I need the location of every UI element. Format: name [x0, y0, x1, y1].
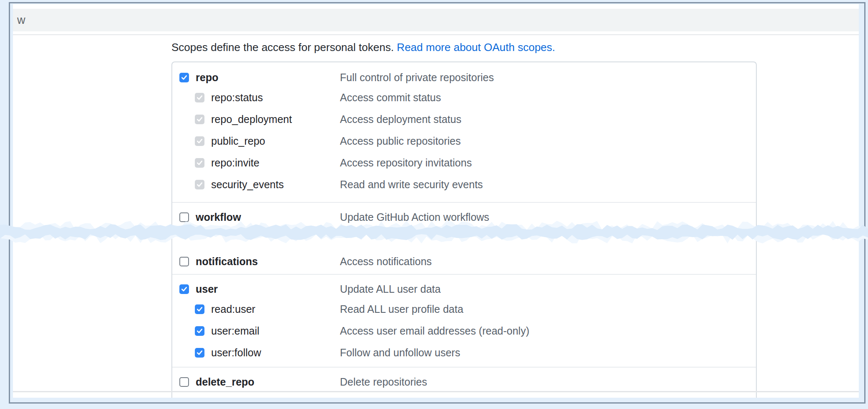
scope-label-cell: read:user	[179, 303, 340, 315]
checkbox-repo[interactable]	[179, 73, 189, 82]
scope-label: security_events	[211, 179, 284, 191]
scope-label: public_repo	[211, 135, 265, 147]
scope-row: userUpdate ALL user data	[172, 280, 756, 298]
scopes-intro: Scopes define the access for personal to…	[171, 41, 859, 54]
scope-group-repo: repoFull control of private repositories…	[172, 62, 756, 202]
checkbox-security_events	[195, 180, 204, 189]
scope-label: delete_repo	[196, 376, 254, 388]
tab-bar-divider	[13, 34, 859, 35]
scope-row: workflowUpdate GitHub Action workflows	[172, 208, 756, 226]
checkbox-user:follow[interactable]	[195, 348, 204, 358]
scope-row: repo_deploymentAccess deployment status	[172, 108, 756, 130]
scope-label: repo:status	[211, 92, 263, 104]
scope-row: delete_repoDelete repositories	[172, 373, 756, 391]
scope-row: repoFull control of private repositories	[172, 68, 756, 87]
check-icon	[197, 328, 203, 334]
scope-description: Access user email addresses (read-only)	[340, 325, 756, 337]
scope-description: Access repository invitations	[340, 157, 756, 169]
scope-label: notifications	[196, 256, 258, 268]
scope-group-notifications: notificationsAccess notifications	[172, 231, 756, 274]
checkbox-user:email[interactable]	[195, 326, 204, 336]
scope-label: workflow	[196, 211, 241, 223]
scope-label: repo:invite	[211, 157, 259, 169]
scope-row: security_eventsRead and write security e…	[172, 174, 756, 195]
scope-description: Update ALL user data	[340, 283, 756, 295]
scope-row: repo:statusAccess commit status	[172, 87, 756, 108]
check-icon	[197, 160, 203, 166]
scope-description: Access public repositories	[340, 135, 756, 147]
checkbox-public_repo	[195, 136, 204, 146]
scope-group-workflow: workflowUpdate GitHub Action workflows	[172, 202, 756, 231]
scopes-list: repoFull control of private repositories…	[171, 61, 757, 398]
check-icon	[197, 138, 203, 144]
scope-description: Read ALL user profile data	[340, 303, 756, 315]
scope-row: notificationsAccess notifications	[172, 252, 756, 271]
scopes-intro-text: Scopes define the access for personal to…	[171, 41, 394, 54]
scope-label: user:email	[211, 325, 259, 337]
scope-label: repo_deployment	[211, 113, 292, 125]
checkbox-delete_repo[interactable]	[179, 377, 189, 387]
browser-window: w Scopes define the access for personal …	[13, 4, 859, 398]
scope-description: Update GitHub Action workflows	[340, 211, 756, 223]
check-icon	[197, 182, 203, 187]
checkbox-user[interactable]	[179, 284, 189, 294]
page-bottom-divider	[13, 391, 859, 392]
scope-group-user: userUpdate ALL user dataread:userRead AL…	[172, 274, 756, 367]
scope-description: Access notifications	[340, 256, 756, 268]
scope-row: user:followFollow and unfollow users	[172, 342, 756, 363]
scope-row: read:userRead ALL user profile data	[172, 298, 756, 320]
scope-label-cell: user:follow	[179, 347, 340, 359]
checkbox-notifications[interactable]	[179, 257, 189, 266]
scope-label-cell: repo	[179, 72, 340, 84]
checkbox-workflow[interactable]	[179, 212, 189, 222]
check-icon	[181, 286, 187, 292]
scope-label-cell: repo_deployment	[179, 113, 340, 125]
scope-row: public_repoAccess public repositories	[172, 130, 756, 152]
scope-label-cell: delete_repo	[179, 376, 340, 388]
scope-label-cell: public_repo	[179, 135, 340, 147]
check-icon	[197, 95, 203, 100]
scope-description: Delete repositories	[340, 376, 756, 388]
scope-description: Full control of private repositories	[340, 72, 756, 84]
scope-description: Access commit status	[340, 92, 756, 104]
scope-label: user	[196, 283, 218, 295]
scope-label-cell: repo:status	[179, 92, 340, 104]
checkbox-read:user[interactable]	[195, 304, 204, 314]
checkbox-repo:invite	[195, 158, 204, 168]
scope-label: repo	[196, 72, 218, 84]
scope-description: Read and write security events	[340, 179, 756, 191]
checkbox-repo:status	[195, 93, 204, 102]
scope-label: read:user	[211, 303, 255, 315]
check-icon	[197, 117, 203, 122]
scope-label-cell: security_events	[179, 179, 340, 191]
scope-label-cell: repo:invite	[179, 157, 340, 169]
tab-bar: w	[13, 9, 859, 31]
scope-label-cell: workflow	[179, 211, 340, 223]
scope-label-cell: notifications	[179, 256, 340, 268]
check-icon	[181, 75, 187, 80]
tab-title: w	[17, 14, 26, 27]
window-frame: w Scopes define the access for personal …	[9, 2, 865, 404]
scope-label: user:follow	[211, 347, 261, 359]
scope-label-cell: user	[179, 283, 340, 295]
scope-label-cell: user:email	[179, 325, 340, 337]
scope-row: user:emailAccess user email addresses (r…	[172, 320, 756, 342]
check-icon	[197, 307, 203, 312]
scope-row: repo:inviteAccess repository invitations	[172, 152, 756, 174]
content-area: Scopes define the access for personal to…	[13, 41, 859, 398]
check-icon	[197, 350, 203, 355]
scope-description: Follow and unfollow users	[340, 347, 756, 359]
oauth-scopes-link[interactable]: Read more about OAuth scopes.	[397, 41, 555, 54]
checkbox-repo_deployment	[195, 115, 204, 124]
scope-description: Access deployment status	[340, 113, 756, 125]
